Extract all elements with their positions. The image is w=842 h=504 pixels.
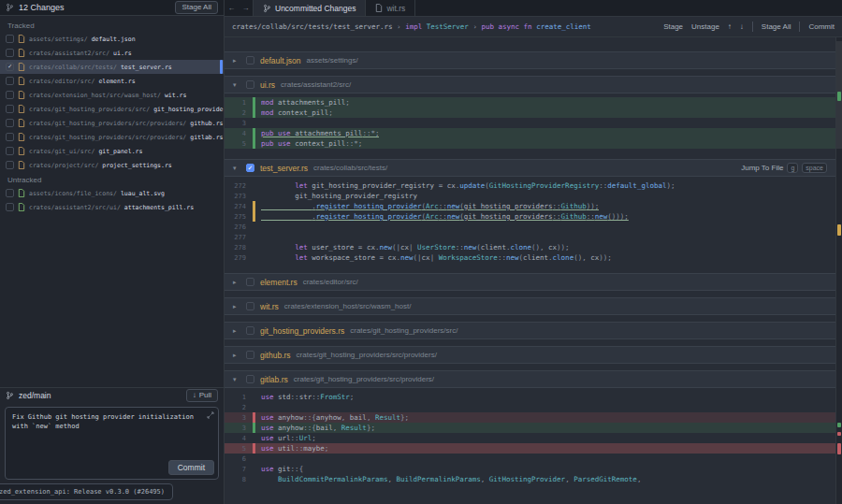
- file-entry[interactable]: ✓crates/collab/src/tests/test_server.rs: [0, 60, 224, 74]
- stage-file-checkbox[interactable]: [246, 326, 254, 335]
- file-checkbox[interactable]: [6, 161, 14, 169]
- nav-back-button[interactable]: ←: [225, 0, 239, 16]
- chevron-right-icon[interactable]: ▸: [233, 279, 240, 286]
- file-checkbox[interactable]: [6, 119, 14, 127]
- chevron-right-icon[interactable]: ▸: [233, 57, 240, 65]
- file-entry[interactable]: crates/git_hosting_providers/src/provide…: [0, 130, 224, 144]
- toolbar-unstage-button[interactable]: Unstage: [691, 22, 719, 31]
- diff-file-header[interactable]: ▾gitlab.rscrates/git_hosting_providers/s…: [225, 370, 835, 388]
- commit-message-box[interactable]: Fix Github git hosting provider initiali…: [5, 407, 219, 480]
- stage-file-checkbox[interactable]: [246, 56, 254, 65]
- code-line[interactable]: 5use util::maybe;: [225, 443, 835, 454]
- file-entry[interactable]: assets/icons/file_icons/luau_alt.svg: [0, 186, 224, 200]
- stage-file-checkbox[interactable]: ✓: [246, 164, 254, 172]
- code-line[interactable]: 2: [225, 402, 835, 412]
- stage-file-checkbox[interactable]: [246, 302, 254, 310]
- commit-message-input[interactable]: Fix Github git hosting provider initiali…: [12, 412, 203, 431]
- tab-uncommitted-changes[interactable]: Uncommitted Changes: [253, 0, 366, 16]
- file-checkbox[interactable]: [6, 105, 14, 113]
- tab-wit-rs[interactable]: wit.rs: [366, 0, 415, 16]
- stage-file-checkbox[interactable]: [246, 375, 254, 383]
- file-checkbox[interactable]: [6, 77, 14, 85]
- file-checkbox[interactable]: [6, 49, 14, 57]
- code-line[interactable]: 4pub use attachments_pill::*;: [225, 128, 835, 138]
- diff-file-header[interactable]: ▸default.jsonassets/settings/: [225, 51, 835, 69]
- toolbar-commit-button[interactable]: Commit: [808, 22, 835, 31]
- chevron-down-icon[interactable]: ▾: [233, 376, 240, 383]
- file-entry[interactable]: crates/editor/src/element.rs: [0, 74, 224, 88]
- token: bail: [350, 413, 367, 422]
- code-line[interactable]: 276: [225, 222, 835, 232]
- gutter-bar: [253, 454, 255, 464]
- file-entry[interactable]: crates/assistant2/src/ui/attachments_pil…: [0, 200, 224, 214]
- file-checkbox[interactable]: [6, 189, 14, 197]
- file-checkbox[interactable]: [6, 147, 14, 155]
- code-line[interactable]: 6: [225, 454, 835, 464]
- code-line[interactable]: 275 .register_hosting_provider(Arc::new(…: [225, 211, 835, 222]
- diff-file-header[interactable]: ▸element.rscrates/editor/src/: [225, 273, 835, 291]
- stage-file-checkbox[interactable]: [246, 80, 254, 89]
- chevron-down-icon[interactable]: ▾: [233, 81, 240, 89]
- diff-file-header[interactable]: ▾ui.rscrates/assistant2/src/: [225, 76, 835, 94]
- expand-commit-editor-icon[interactable]: [207, 411, 214, 421]
- breadcrumb-seg: ›: [469, 22, 482, 31]
- file-entry[interactable]: crates/extension_host/src/wasm_host/wit.…: [0, 88, 224, 102]
- file-checkbox[interactable]: [6, 203, 14, 211]
- code-line[interactable]: 1mod attachments_pill;: [225, 97, 835, 108]
- file-icon: [18, 77, 25, 85]
- stage-file-checkbox[interactable]: [246, 351, 254, 359]
- code-line[interactable]: 3: [225, 118, 835, 128]
- file-entry[interactable]: crates/project/src/project_settings.rs: [0, 158, 224, 172]
- file-checkbox[interactable]: [6, 91, 14, 99]
- file-entry[interactable]: crates/assistant2/src/ui.rs: [0, 46, 224, 60]
- file-icon: [18, 119, 25, 127]
- file-entry[interactable]: assets/settings/default.json: [0, 32, 224, 46]
- file-entry[interactable]: crates/git_hosting_providers/src/provide…: [0, 116, 224, 130]
- toolbar--button[interactable]: ↓: [740, 22, 744, 31]
- code-line[interactable]: 7use git::{: [225, 464, 835, 474]
- code-line[interactable]: 2mod context_pill;: [225, 108, 835, 118]
- nav-forward-button[interactable]: →: [239, 0, 253, 16]
- code-text: pub use context_pill::*;: [261, 139, 362, 148]
- commit-button[interactable]: Commit: [168, 460, 214, 475]
- code-line[interactable]: 5pub use context_pill::*;: [225, 138, 835, 149]
- code-line[interactable]: 3use anyhow::{anyhow, bail, Result};: [225, 412, 835, 423]
- code-line[interactable]: 274 .register_hosting_provider(Arc::new(…: [225, 201, 835, 211]
- code-line[interactable]: 1use std::str::FromStr;: [225, 392, 835, 402]
- code-line[interactable]: 279 let workspace_store = cx.new(|cx| Wo…: [225, 252, 835, 263]
- diff-file-header[interactable]: ▸wit.rscrates/extension_host/src/wasm_ho…: [225, 297, 835, 315]
- file-checkbox[interactable]: [6, 133, 14, 141]
- code-line[interactable]: 278 let user_store = cx.new(|cx| UserSto…: [225, 242, 835, 252]
- file-entry[interactable]: crates/git_ui/src/git_panel.rs: [0, 144, 224, 158]
- stage-all-button[interactable]: Stage All: [175, 1, 218, 14]
- diff-file-header[interactable]: ▸git_hosting_providers.rscrates/git_host…: [225, 322, 835, 339]
- breadcrumb[interactable]: crates/collab/src/tests/test_server.rs ›…: [232, 22, 654, 31]
- file-checkbox[interactable]: ✓: [6, 63, 14, 71]
- code-line[interactable]: 3use anyhow::{bail, Result};: [225, 423, 835, 433]
- toolbar--button[interactable]: ↑: [728, 22, 732, 31]
- file-entry[interactable]: crates/git_hosting_providers/src/git_hos…: [0, 102, 224, 116]
- pull-button[interactable]: ↓ Pull: [186, 389, 218, 402]
- vertical-scrollbar[interactable]: [835, 37, 842, 504]
- jump-to-file-button[interactable]: Jump To Filegspace: [741, 163, 827, 173]
- toolbar-stage-all-button[interactable]: Stage All: [762, 22, 791, 31]
- code-line[interactable]: 4use url::Url;: [225, 433, 835, 443]
- breadcrumb-seg: create_client: [536, 22, 591, 31]
- diff-file-name: gitlab.rs: [260, 375, 288, 384]
- code-line[interactable]: 277: [225, 232, 835, 242]
- stage-file-checkbox[interactable]: [246, 278, 254, 286]
- chevron-right-icon[interactable]: ▸: [233, 352, 240, 359]
- diff-file-header[interactable]: ▸github.rscrates/git_hosting_providers/s…: [225, 346, 835, 364]
- chevron-right-icon[interactable]: ▸: [233, 303, 240, 310]
- diff-file-header[interactable]: ▾✓test_server.rscrates/collab/src/tests/…: [225, 159, 835, 177]
- file-checkbox[interactable]: [6, 35, 14, 43]
- chevron-down-icon[interactable]: ▾: [233, 165, 240, 172]
- chevron-right-icon[interactable]: ▸: [233, 327, 240, 335]
- branch-name[interactable]: zed/main: [19, 391, 51, 400]
- toolbar-stage-button[interactable]: Stage: [663, 22, 683, 31]
- code-line[interactable]: 272 let git_hosting_provider_registry = …: [225, 180, 835, 191]
- code-line[interactable]: 8 BuildCommitPermalinkParams, BuildPerma…: [225, 474, 835, 484]
- code-line[interactable]: 273 git_hosting_provider_registry: [225, 191, 835, 201]
- token: (|: [414, 253, 422, 262]
- token: ;: [328, 108, 333, 117]
